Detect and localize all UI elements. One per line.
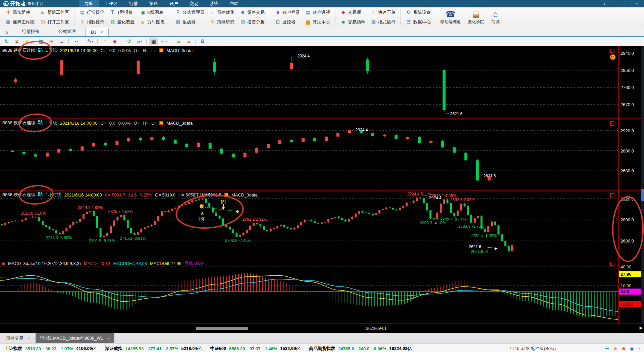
- online-user-icon[interactable]: ☻: [612, 346, 618, 352]
- refresh-button[interactable]: ↺: [124, 38, 134, 45]
- menu-item-7[interactable]: 帮助: [224, 0, 244, 7]
- ribbon-button-label: 快速下单: [378, 9, 395, 15]
- chart-settings-button[interactable]: ⚙: [198, 38, 207, 45]
- monitor-view-button[interactable]: ⊡▾: [159, 38, 168, 45]
- ribbon-button-component-add[interactable]: ✚添加组件: [3, 9, 37, 16]
- watch-remove-button[interactable]: ∞: [183, 38, 193, 45]
- indicator-panel-macd[interactable]: 40.0010.0027.960.00-20.12◆MACD_3data(10,…: [0, 259, 644, 324]
- draw-tools-button[interactable]: ✎▾: [86, 38, 95, 45]
- window-restore-button[interactable]: □: [621, 1, 631, 6]
- menu-item-6[interactable]: 系统: [204, 0, 224, 7]
- ribbon-button-strategy-research[interactable]: ✳策略研究: [207, 18, 237, 26]
- ribbon-button-account-view[interactable]: ▤账户透视: [303, 9, 333, 16]
- chart-panel-hourly[interactable]: 2920.02800.02680.02816.8 3.16%2849.1 4.8…: [0, 191, 644, 259]
- window-close-button[interactable]: ×: [632, 1, 641, 6]
- timeline-right-arrow[interactable]: ▶: [640, 325, 643, 330]
- menu-item-4[interactable]: 账户: [164, 0, 184, 7]
- scrollbar-thumb[interactable]: [641, 189, 644, 201]
- ribbon-button-mode-run[interactable]: ▩模式运行: [368, 18, 398, 26]
- calculator-button[interactable]: ⊞: [47, 38, 56, 45]
- ribbon-button-intraday-chart[interactable]: ▲分时图表: [137, 18, 167, 26]
- window-minimize-button[interactable]: –: [610, 1, 620, 6]
- ribbon-button-system-settings[interactable]: ⚙系统设置: [403, 9, 433, 16]
- tab-close-icon[interactable]: ×: [107, 336, 110, 341]
- link-button[interactable]: ∞▾: [135, 38, 144, 45]
- pause-strategy-button[interactable]: ¥: [12, 38, 21, 45]
- monitor-icon: ⊡: [275, 19, 281, 25]
- ribbon-button-mobile-bind[interactable]: ☎移动端绑定: [438, 10, 463, 25]
- bottom-tab-label: 辅K线 MACD_3data@i9888_W1: [40, 335, 103, 341]
- bottom-tab-1[interactable]: 辅K线 MACD_3data@i9888_W1×: [36, 333, 115, 343]
- ribbon-button-strategy-optimize[interactable]: ▽策略优化: [207, 9, 237, 16]
- svg-text:2621.6 -3: 2621.6 -3: [471, 249, 488, 254]
- watch-add-button[interactable]: ∞: [173, 38, 183, 45]
- ribbon-button-invest-analysis[interactable]: ▨投资分析: [237, 18, 267, 26]
- window-menu-button[interactable]: ∨: [600, 1, 609, 6]
- trader-blocks-button[interactable]: ◆: [110, 38, 119, 45]
- ribbon-button-quant-academy[interactable]: ▤量化学院: [466, 10, 486, 25]
- offline-user-icon[interactable]: ☻: [621, 346, 627, 352]
- menu-item-0[interactable]: 导航: [79, 0, 99, 7]
- ribbon-group: ⚙系统设置☰数据中心: [402, 7, 435, 27]
- chart-area: 2940.02850.02760.02670.02924.42621.6i988…: [0, 46, 644, 324]
- header-text: 零线 0.00: [184, 260, 203, 266]
- tab-close-icon[interactable]: ×: [100, 30, 103, 35]
- goto-button[interactable]: →: [57, 38, 66, 45]
- ribbon-button-quick-order[interactable]: ⚡快速下单: [368, 9, 398, 16]
- period-clock-button[interactable]: ◔▾: [71, 38, 80, 45]
- index-name: 上证指数: [5, 346, 22, 352]
- ribbon-button-mall[interactable]: ⌂商城: [489, 10, 501, 25]
- message-icon[interactable]: ◉: [630, 346, 634, 352]
- ribbon-button-data-center[interactable]: ☰数据中心: [403, 18, 433, 26]
- svg-text:[3]: [3]: [221, 199, 225, 204]
- ribbon-button-index-quote[interactable]: ¥指数报价: [77, 18, 107, 26]
- menu-item-5[interactable]: 交易: [184, 0, 204, 7]
- ribbon-group-separator: [335, 9, 335, 25]
- index-quote-icon: ¥: [79, 19, 85, 25]
- ribbon-button-formula-manager[interactable]: F公式管理器: [172, 9, 207, 16]
- bottom-tab-0[interactable]: 策略交易×: [1, 333, 35, 343]
- workspace-tab-2[interactable]: D3×: [85, 28, 109, 36]
- chart-panel-weekly[interactable]: 2940.02850.02760.02670.02924.42621.6i988…: [0, 46, 644, 119]
- data-center-icon: ☰: [406, 19, 412, 25]
- account-login-icon: ☻: [275, 9, 281, 15]
- ribbon-button-open-workspace[interactable]: ▨打开工作区: [37, 18, 72, 26]
- tab-close-icon[interactable]: ×: [28, 336, 30, 341]
- ribbon-button-monitor[interactable]: ⊡监控器: [272, 18, 303, 26]
- ribbon-button-new-workspace[interactable]: ⊞新建工作区: [37, 9, 72, 16]
- timeline-scrollbar-thumb[interactable]: [196, 327, 248, 330]
- chart-panel-daily[interactable]: 2920.02800.02680.02924.42621.6i9888 铁矿石连…: [0, 119, 644, 191]
- chevron-down-icon: ▾: [165, 40, 167, 43]
- home-icon[interactable]: ⌂: [2, 29, 13, 36]
- ribbon-button-account-login[interactable]: ☻账户登录: [272, 9, 303, 16]
- ribbon-button-strategy-trade[interactable]: ☻策略交易: [237, 9, 267, 16]
- binoculars-remove-icon: ∞: [186, 39, 190, 44]
- ribbon-button-quant-watch[interactable]: ▥量化看盘: [107, 18, 137, 26]
- run-strategy-button[interactable]: ↻: [2, 38, 11, 45]
- emotion-button[interactable]: ☺: [22, 38, 32, 45]
- menu-item-1[interactable]: 工作区: [99, 0, 123, 7]
- ribbon-button-t-quote[interactable]: TT型报价: [107, 9, 137, 16]
- menu-item-3[interactable]: 策略: [144, 0, 164, 7]
- panel-header: i9888 铁矿石连续1周线2021/6/16 14:00:00C=0.00.0…: [2, 47, 193, 53]
- index-value: 3518.33: [25, 346, 41, 351]
- ribbon-button-trader[interactable]: ◆交易师: [338, 9, 368, 16]
- chart-vertical-scrollbar[interactable]: [641, 46, 644, 324]
- ribbon-button-trade-assistant[interactable]: ☻交易助手: [338, 18, 368, 26]
- ribbon-button-algo-center[interactable]: ▆算法中心: [303, 18, 333, 26]
- ribbon-button-generator[interactable]: ▧生成器: [172, 18, 207, 26]
- quick-order-button[interactable]: ⚡: [100, 38, 109, 45]
- ribbon-button-quote-table[interactable]: ▤行情报价: [77, 9, 107, 16]
- menu-item-2[interactable]: 行情: [123, 0, 144, 7]
- svg-text:2924.4 5.11%: 2924.4 5.11%: [407, 192, 432, 196]
- ribbon-button-kline-chart[interactable]: ▣K线图表: [137, 9, 167, 16]
- data-status-icon[interactable]: ☰: [605, 346, 609, 352]
- cloud-lock-icon[interactable]: ◔: [638, 346, 641, 352]
- workspace-tab-1[interactable]: 公式管理: [49, 27, 85, 36]
- ribbon-button-label: 公式管理器: [182, 9, 204, 15]
- workspace-tab-0[interactable]: 行情报价: [13, 27, 49, 36]
- ribbon-button-save-workspace[interactable]: ▦保存工作区: [3, 18, 37, 26]
- header-text: 1日线: [46, 120, 57, 126]
- layout-button[interactable]: ▣: [149, 38, 158, 45]
- quote-panel-button[interactable]: ▤: [37, 38, 46, 45]
